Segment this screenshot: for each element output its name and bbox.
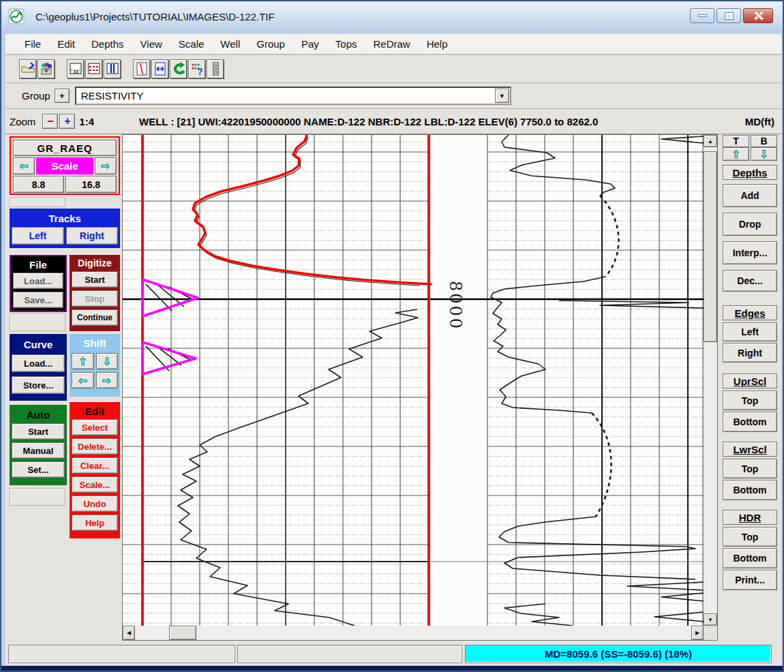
menu-help[interactable]: Help: [419, 35, 456, 52]
scale-left-arrow-icon[interactable]: ⇦: [13, 157, 35, 174]
options-help-icon[interactable]: ?: [188, 59, 205, 78]
hdr-top-button[interactable]: Top: [723, 527, 777, 547]
scale-header[interactable]: Scale: [36, 157, 93, 174]
track-grid-rows-icon[interactable]: [85, 59, 102, 78]
digitize-start-button[interactable]: Start: [72, 271, 118, 288]
menu-file[interactable]: File: [16, 35, 49, 52]
menu-pay[interactable]: Pay: [293, 35, 327, 52]
scroll-down-icon[interactable]: ▼: [704, 613, 717, 626]
depths-add-button[interactable]: Add: [723, 184, 777, 207]
status-cell-middle: [237, 645, 462, 663]
lwrscl-top-button[interactable]: Top: [723, 459, 777, 478]
scale-right-arrow-icon[interactable]: ⇨: [95, 157, 117, 174]
digitize-curve-icon[interactable]: [133, 59, 150, 78]
save-curve-group-icon[interactable]: [37, 59, 55, 78]
scroll-right-icon[interactable]: ▶: [691, 626, 704, 640]
menu-depths[interactable]: Depths: [83, 35, 132, 52]
edit-select-button[interactable]: Select: [72, 419, 118, 436]
group-combobox[interactable]: RESISTIVITY ▼: [75, 87, 511, 105]
dropdown-arrow-icon[interactable]: ▼: [495, 89, 509, 103]
edit-undo-button[interactable]: Undo: [72, 495, 118, 512]
digitize-stop-button[interactable]: Stop: [72, 290, 118, 307]
menu-redraw[interactable]: ReDraw: [365, 35, 419, 52]
depth-label: 8000: [446, 281, 465, 331]
status-bar: MD=8059.6 (SS=-8059.6) (18%): [5, 642, 781, 665]
edges-right-button[interactable]: Right: [723, 343, 777, 363]
menu-group[interactable]: Group: [248, 35, 293, 52]
edit-help-button[interactable]: Help: [72, 515, 118, 531]
edit-clear-button[interactable]: Clear...: [72, 457, 118, 474]
depths-drop-button[interactable]: Drop: [723, 213, 777, 236]
file-load-button[interactable]: Load...: [13, 273, 63, 289]
tracks-panel: Tracks Left Right: [10, 209, 120, 248]
menu-scale[interactable]: Scale: [170, 35, 213, 52]
track-header-icon[interactable]: [67, 59, 84, 78]
open-image-icon[interactable]: [19, 59, 36, 78]
close-button[interactable]: [743, 8, 773, 23]
auto-set-button[interactable]: Set...: [12, 461, 65, 478]
horizontal-scroll-thumb[interactable]: [169, 626, 196, 640]
curve-store-button[interactable]: Store...: [12, 376, 65, 394]
scale-max-button[interactable]: 16.8: [65, 176, 117, 193]
lwrscl-header: LwrScl: [723, 442, 777, 457]
tracks-right-button[interactable]: Right: [66, 227, 119, 245]
vertical-scroll-thumb[interactable]: [704, 151, 717, 342]
depths-interp-button[interactable]: Interp...: [723, 241, 777, 264]
minimize-icon: [698, 14, 707, 17]
shift-down-arrow-icon[interactable]: ⇩: [96, 353, 119, 369]
undo-icon[interactable]: [170, 59, 187, 78]
window-bottom-edge: [1, 666, 783, 671]
edges-header: Edges: [723, 305, 777, 320]
tracks-left-button[interactable]: Left: [12, 227, 64, 245]
scroll-left-icon[interactable]: ◀: [123, 626, 135, 640]
minimize-button[interactable]: [690, 8, 714, 23]
hdr-print-button[interactable]: Print...: [723, 570, 777, 590]
menu-tops[interactable]: Tops: [327, 35, 365, 52]
menu-edit[interactable]: Edit: [49, 35, 83, 52]
track-grid-columns-icon[interactable]: [104, 59, 121, 78]
horizontal-scrollbar[interactable]: ◀ ▶: [123, 626, 704, 640]
group-add-button[interactable]: +: [55, 89, 70, 103]
file-save-button[interactable]: Save...: [13, 292, 63, 308]
uprscl-bottom-button[interactable]: Bottom: [723, 412, 777, 432]
shift-left-arrow-icon[interactable]: ⇦: [72, 372, 94, 388]
auto-manual-button[interactable]: Manual: [12, 442, 65, 459]
curve-load-button[interactable]: Load...: [12, 354, 65, 372]
log-image-region: 8000 ▲ ▼ ◀ ▶: [122, 134, 718, 641]
hdr-bottom-button[interactable]: Bottom: [723, 548, 777, 568]
depths-dec-button[interactable]: Dec...: [723, 270, 777, 292]
menu-view[interactable]: View: [132, 35, 170, 52]
menu-well[interactable]: Well: [212, 35, 248, 52]
zoom-in-button[interactable]: +: [59, 114, 75, 129]
track-width-icon[interactable]: [151, 59, 168, 78]
goto-top-arrow-icon[interactable]: ⇧: [723, 147, 749, 161]
maximize-button[interactable]: [717, 8, 741, 23]
edit-scale-button[interactable]: Scale...: [72, 476, 118, 493]
digitize-continue-button[interactable]: Continue: [72, 309, 118, 326]
edit-delete-button[interactable]: Delete...: [72, 438, 118, 455]
vertical-scrollbar[interactable]: ▲ ▼: [704, 135, 717, 626]
app-icon: [8, 8, 25, 25]
curve-name-button[interactable]: GR_RAEQ: [13, 140, 117, 156]
auto-start-button[interactable]: Start: [12, 423, 65, 440]
zoom-out-button[interactable]: −: [42, 114, 58, 129]
goto-bottom-arrow-icon[interactable]: ⇩: [751, 147, 777, 161]
md-unit-label: MD(ft): [745, 116, 774, 127]
tracks-header: Tracks: [12, 211, 118, 226]
scroll-up-icon[interactable]: ▲: [704, 135, 717, 147]
maximize-icon: [725, 13, 733, 19]
shift-right-arrow-icon[interactable]: ⇨: [96, 372, 119, 388]
curve-panel: Curve Load... Store...: [10, 334, 67, 401]
window-title: C:\geoplus1\Projects\TUTORIAL\IMAGES\D-1…: [35, 11, 275, 22]
edges-left-button[interactable]: Left: [723, 322, 777, 341]
shift-up-arrow-icon[interactable]: ⇧: [72, 353, 94, 369]
file-panel: File Load... Save...: [10, 255, 67, 312]
depth-strip-icon[interactable]: [207, 59, 224, 78]
log-image-canvas[interactable]: 8000: [123, 135, 704, 626]
scale-min-button[interactable]: 8.8: [13, 176, 64, 193]
group-combobox-value: RESISTIVITY: [76, 90, 495, 102]
zoom-row: Zoom − + 1:4 WELL : [21] UWI:42201950000…: [5, 109, 781, 134]
lwrscl-bottom-button[interactable]: Bottom: [723, 480, 777, 500]
auto-header: Auto: [12, 407, 65, 422]
uprscl-top-button[interactable]: Top: [723, 391, 777, 410]
